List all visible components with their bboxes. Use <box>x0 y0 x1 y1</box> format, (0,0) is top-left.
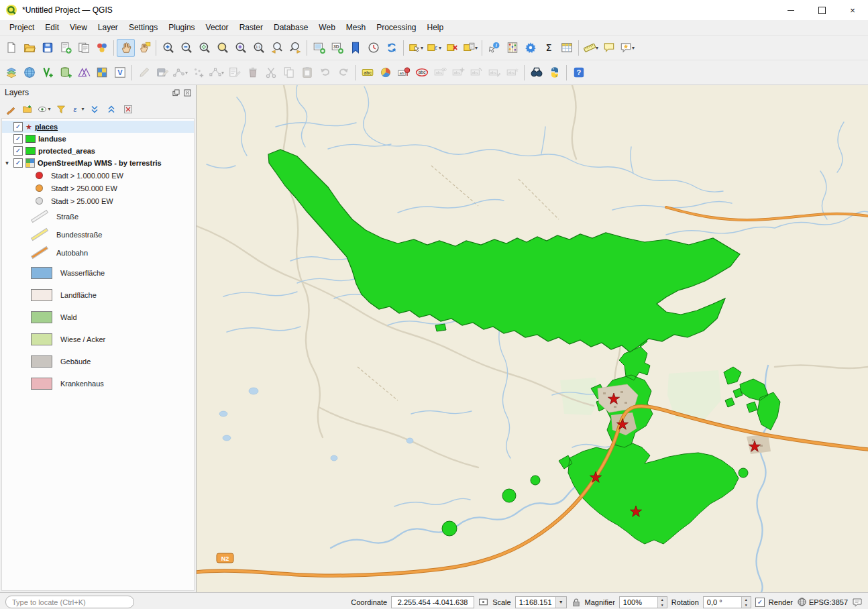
render-checkbox[interactable]: ✓ <box>755 598 765 607</box>
highlight-pinned-labels-icon[interactable]: abc <box>413 64 431 82</box>
select-by-expression-icon[interactable]: ε▾ <box>425 39 443 57</box>
delete-selected-icon[interactable] <box>243 64 262 82</box>
legend-item[interactable]: Stadt > 25.000 EW <box>2 195 194 207</box>
layer-checkbox[interactable]: ✓ <box>13 122 23 131</box>
vertex-tool-icon[interactable]: ▾ <box>207 64 225 82</box>
legend-item[interactable]: Wald <box>2 306 194 328</box>
menu-item[interactable]: Layer <box>93 21 123 34</box>
spin-down-icon[interactable]: ▼ <box>741 602 751 608</box>
refresh-map-icon[interactable] <box>382 39 400 57</box>
legend-item[interactable]: Krankenhaus <box>2 372 194 394</box>
expand-all-icon[interactable] <box>87 102 102 117</box>
menu-item[interactable]: Vector <box>201 21 234 34</box>
crs-button[interactable]: EPSG:3857 <box>797 597 848 607</box>
zoom-out-icon[interactable] <box>177 39 195 57</box>
legend-item[interactable]: Straße <box>2 207 194 225</box>
show-bookmarks-icon[interactable] <box>346 39 364 57</box>
field-calculator-icon[interactable] <box>503 39 521 57</box>
new-project-icon[interactable] <box>2 39 20 57</box>
legend-item[interactable]: Wiese / Acker <box>2 328 194 350</box>
data-source-manager-icon[interactable] <box>2 64 20 82</box>
spin-up-icon[interactable]: ▲ <box>741 597 751 602</box>
close-panel-icon[interactable] <box>184 89 191 97</box>
filter-by-expression-icon[interactable]: ε▾ <box>70 102 85 117</box>
scale-combo[interactable]: 1:168.151 ▼ <box>515 596 567 608</box>
legend-item[interactable]: Bundesstraße <box>2 225 194 243</box>
show-hide-labels-icon[interactable]: abc <box>431 64 449 82</box>
cut-features-icon[interactable] <box>262 64 280 82</box>
legend-item[interactable]: Gebäude <box>2 350 194 372</box>
add-record-icon[interactable] <box>189 64 207 82</box>
add-group-icon[interactable] <box>20 102 35 117</box>
change-label-properties-icon[interactable]: abc <box>503 64 521 82</box>
redo-icon[interactable] <box>334 64 352 82</box>
new-3d-map-view-icon[interactable]: 3D <box>328 39 346 57</box>
menu-item[interactable]: View <box>64 21 93 34</box>
layer-diagram-options-icon[interactable] <box>376 64 394 82</box>
dropdown-arrow-icon[interactable]: ▾ <box>185 70 188 76</box>
lock-scale-icon[interactable] <box>571 597 581 607</box>
expand-arrow-icon[interactable]: ▾ <box>3 160 11 166</box>
statistics-icon[interactable]: Σ <box>539 39 557 57</box>
add-raster-layer-icon[interactable] <box>93 64 111 82</box>
zoom-last-icon[interactable] <box>268 39 286 57</box>
manage-map-themes-icon[interactable]: ▾ <box>37 102 52 117</box>
pan-to-selection-icon[interactable] <box>135 39 153 57</box>
save-project-icon[interactable] <box>38 39 56 57</box>
minimize-icon[interactable] <box>775 0 806 20</box>
menu-item[interactable]: Help <box>422 21 449 34</box>
new-virtual-layer-icon[interactable]: V <box>111 64 129 82</box>
menu-item[interactable]: Database <box>268 21 313 34</box>
new-print-layout-icon[interactable] <box>56 39 74 57</box>
show-layout-manager-icon[interactable] <box>74 39 93 57</box>
menu-item[interactable]: Mesh <box>341 21 371 34</box>
legend-item[interactable]: Autobahn <box>2 243 194 262</box>
open-project-icon[interactable] <box>20 39 38 57</box>
layer-styling-icon[interactable] <box>3 102 18 117</box>
new-mesh-layer-icon[interactable] <box>74 64 93 82</box>
dropdown-arrow-icon[interactable]: ▾ <box>421 45 423 51</box>
dropdown-arrow-icon[interactable]: ▾ <box>596 45 598 51</box>
style-manager-icon[interactable] <box>93 39 111 57</box>
paste-features-icon[interactable] <box>298 64 316 82</box>
copy-features-icon[interactable] <box>280 64 298 82</box>
coordinate-value[interactable]: 2.255.454 -4.041.638 <box>391 596 474 608</box>
zoom-in-icon[interactable] <box>159 39 177 57</box>
metasearch-icon[interactable] <box>527 64 545 82</box>
zoom-to-selection-icon[interactable] <box>213 39 231 57</box>
measure-icon[interactable]: ▾ <box>582 39 600 57</box>
multiedit-attributes-icon[interactable] <box>225 64 243 82</box>
map-canvas[interactable]: N2 <box>197 85 868 592</box>
attribute-table-icon[interactable] <box>557 39 576 57</box>
layer-row[interactable]: ▾ ✓ landuse <box>2 133 194 145</box>
layer-checkbox[interactable]: ✓ <box>13 134 23 144</box>
select-by-form-icon[interactable]: ▾ <box>461 39 479 57</box>
processing-toolbox-icon[interactable] <box>521 39 539 57</box>
zoom-native-icon[interactable]: 1:1 <box>250 39 268 57</box>
add-wms-layer-icon[interactable] <box>20 64 38 82</box>
save-layer-edits-icon[interactable] <box>153 64 171 82</box>
new-annotation-icon[interactable]: ▾ <box>618 39 636 57</box>
layer-row[interactable]: ▾ ✓ places <box>2 121 194 133</box>
float-panel-icon[interactable] <box>172 89 180 97</box>
menu-item[interactable]: Processing <box>371 21 421 34</box>
zoom-full-extent-icon[interactable] <box>195 39 213 57</box>
menu-item[interactable]: Web <box>313 21 340 34</box>
select-features-icon[interactable]: ▾ <box>406 39 425 57</box>
spin-up-icon[interactable]: ▲ <box>657 597 667 602</box>
layer-labeling-options-icon[interactable]: abc <box>358 64 376 82</box>
zoom-next-icon[interactable] <box>286 39 304 57</box>
rotation-spinbox[interactable]: 0,0 ° ▲▼ <box>703 596 751 608</box>
menu-item[interactable]: Raster <box>234 21 268 34</box>
filter-legend-icon[interactable] <box>54 102 68 117</box>
locate-search-input[interactable] <box>5 596 134 608</box>
spin-down-icon[interactable]: ▼ <box>657 602 667 608</box>
deselect-features-icon[interactable] <box>443 39 461 57</box>
undo-icon[interactable] <box>316 64 334 82</box>
combo-arrow-icon[interactable]: ▼ <box>555 597 566 608</box>
layer-checkbox[interactable]: ✓ <box>13 158 23 168</box>
pin-labels-icon[interactable]: ab <box>394 64 413 82</box>
pan-map-icon[interactable] <box>117 39 135 57</box>
dropdown-arrow-icon[interactable]: ▾ <box>48 106 50 112</box>
extents-icon[interactable] <box>478 597 488 607</box>
